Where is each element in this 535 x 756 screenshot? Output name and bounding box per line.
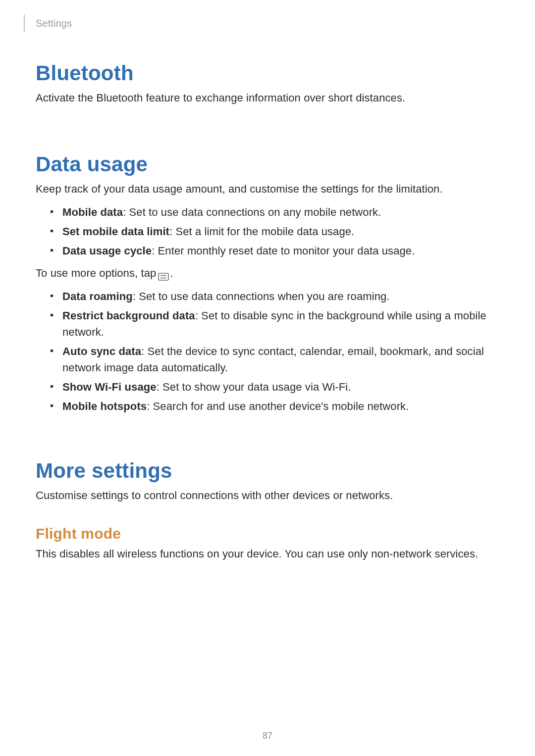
term-text: : Set to use data connections when you a…: [133, 290, 390, 302]
term: Mobile data: [62, 206, 123, 218]
list-item: Set mobile data limit: Set a limit for t…: [51, 223, 499, 240]
more-settings-description: Customise settings to control connection…: [36, 488, 499, 504]
spacer: [36, 106, 499, 130]
term: Set mobile data limit: [62, 225, 169, 238]
term-text: : Set a limit for the mobile data usage.: [169, 225, 354, 238]
svg-rect-0: [159, 273, 168, 280]
term-text: : Search for and use another device's mo…: [147, 400, 409, 412]
section-title-data-usage: Data usage: [36, 152, 499, 176]
header-divider: [24, 15, 25, 32]
section-title-more-settings: More settings: [36, 459, 499, 483]
flight-mode-description: This disables all wireless functions on …: [36, 546, 499, 562]
data-usage-list-2: Data roaming: Set to use data connection…: [36, 288, 499, 414]
spacer: [36, 417, 499, 437]
term-text: : Set to show your data usage via Wi-Fi.: [157, 381, 351, 393]
term-text: : Enter monthly reset date to monitor yo…: [152, 245, 415, 257]
list-item: Mobile data: Set to use data connections…: [51, 204, 499, 220]
more-options-line: To use more options, tap .: [36, 265, 499, 281]
list-item: Show Wi-Fi usage: Set to show your data …: [51, 379, 499, 395]
list-item: Mobile hotspots: Search for and use anot…: [51, 398, 499, 414]
section-title-bluetooth: Bluetooth: [36, 61, 499, 85]
page-number: 87: [0, 731, 535, 741]
subsection-title-flight-mode: Flight mode: [36, 525, 499, 542]
bluetooth-description: Activate the Bluetooth feature to exchan…: [36, 90, 499, 106]
page-header: Settings: [36, 16, 499, 31]
term: Mobile hotspots: [62, 400, 147, 412]
list-item: Auto sync data: Set the device to sync c…: [51, 343, 499, 376]
data-usage-description: Keep track of your data usage amount, an…: [36, 181, 499, 197]
term-text: : Set to use data connections on any mob…: [123, 206, 381, 218]
menu-icon: [158, 269, 169, 277]
data-usage-list-1: Mobile data: Set to use data connections…: [36, 204, 499, 259]
options-suffix: .: [170, 265, 173, 281]
term: Auto sync data: [62, 345, 141, 357]
term: Show Wi-Fi usage: [62, 381, 157, 393]
list-item: Data usage cycle: Enter monthly reset da…: [51, 243, 499, 259]
list-item: Restrict background data: Set to disable…: [51, 307, 499, 340]
term: Data usage cycle: [62, 245, 152, 257]
term: Data roaming: [62, 290, 133, 302]
options-prefix: To use more options, tap: [36, 265, 156, 281]
breadcrumb: Settings: [36, 18, 72, 29]
term: Restrict background data: [62, 309, 195, 322]
list-item: Data roaming: Set to use data connection…: [51, 288, 499, 304]
page-container: Settings Bluetooth Activate the Bluetoot…: [0, 0, 535, 756]
